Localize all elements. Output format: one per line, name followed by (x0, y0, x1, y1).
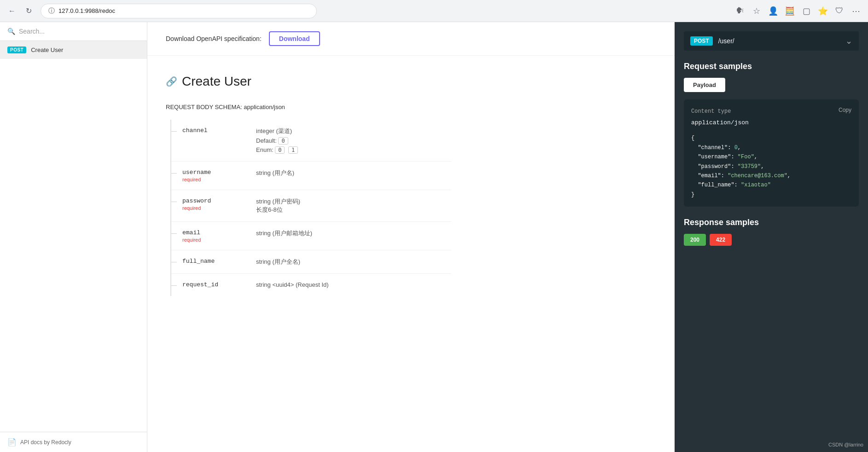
translate-icon[interactable]: 🗣 (734, 5, 746, 17)
page-title-row: 🔗 Create User (166, 74, 451, 89)
search-placeholder: Search... (19, 28, 45, 35)
field-name-channel: channel (182, 127, 247, 134)
sidebar-footer-text: API docs by Redocly (20, 439, 71, 446)
copy-button[interactable]: Copy (839, 107, 851, 113)
code-open-brace: { (691, 133, 851, 143)
search-bar[interactable]: 🔍 Search... (0, 22, 147, 41)
row-indicator (171, 127, 182, 134)
request-samples-title: Request samples (684, 62, 859, 71)
redocly-logo-icon: 📄 (7, 438, 17, 446)
field-info-username: string (用户名) (247, 169, 451, 177)
field-name-username: username required (182, 169, 247, 182)
field-row-channel: channel integer (渠道) Default: 0 Enum: 0 … (171, 120, 451, 162)
browser-chrome: ← ↻ ⓘ 127.0.0.1:9988/redoc 🗣 ☆ 👤 🧮 ▢ ⭐ 🛡… (0, 0, 868, 22)
content-type-label: Content type (691, 107, 851, 116)
url-text: 127.0.0.1:9988/redoc (58, 7, 115, 14)
field-name-full-name: full_name (182, 258, 247, 265)
code-close-brace: } (691, 190, 851, 199)
browser-actions: 🗣 ☆ 👤 🧮 ▢ ⭐ 🛡 ⋯ (734, 5, 862, 17)
nav-buttons: ← ↻ (6, 5, 35, 17)
endpoint-method-badge: POST (690, 36, 713, 46)
page-title: Create User (182, 74, 251, 89)
collections-icon[interactable]: ⭐ (816, 5, 829, 17)
field-name-password: password required (182, 197, 247, 211)
anchor-icon: 🔗 (166, 76, 177, 87)
menu-icon[interactable]: ⋯ (850, 5, 862, 17)
download-button[interactable]: Download (269, 31, 320, 46)
code-password-line: "password": "33759", (691, 162, 851, 171)
field-row-email: email required string (用户邮箱地址) (171, 222, 451, 250)
post-badge: POST (7, 46, 26, 53)
field-info-channel: integer (渠道) Default: 0 Enum: 0 1 (247, 127, 451, 154)
row-indicator (171, 281, 182, 289)
right-panel: POST /user/ ⌄ Request samples Payload Co… (675, 22, 868, 452)
response-200-button[interactable]: 200 (684, 234, 706, 246)
response-buttons: 200 422 (684, 234, 859, 246)
field-row-password: password required string (用户密码) 长度6-8位 (171, 190, 451, 222)
download-bar: Download OpenAPI specification: Download (147, 22, 675, 56)
endpoint-path: /user/ (718, 37, 840, 45)
extensions-icon[interactable]: 🧮 (783, 5, 796, 17)
download-label: Download OpenAPI specification: (166, 35, 262, 42)
sidebar: 🔍 Search... POST Create User 📄 API docs … (0, 22, 147, 452)
row-indicator (171, 197, 182, 205)
split-screen-icon[interactable]: ▢ (800, 5, 813, 17)
address-bar[interactable]: ⓘ 127.0.0.1:9988/redoc (41, 4, 317, 18)
schema-label: REQUEST BODY SCHEMA: application/json (166, 104, 451, 110)
info-icon: ⓘ (48, 7, 55, 15)
schema-table: channel integer (渠道) Default: 0 Enum: 0 … (170, 120, 451, 296)
field-info-password: string (用户密码) 长度6-8位 (247, 197, 451, 214)
refresh-button[interactable]: ↻ (22, 5, 35, 17)
endpoint-chevron-icon[interactable]: ⌄ (845, 36, 852, 46)
endpoint-bar: POST /user/ ⌄ (684, 31, 859, 51)
payload-button[interactable]: Payload (684, 78, 725, 92)
code-full-name-line: "full_name": "xiaotao" (691, 180, 851, 190)
row-indicator (171, 229, 182, 237)
field-info-request-id: string <uuid4> (Request Id) (247, 281, 451, 288)
field-name-email: email required (182, 229, 247, 243)
back-button[interactable]: ← (6, 5, 18, 17)
response-422-button[interactable]: 422 (710, 234, 732, 246)
adblock-icon[interactable]: 🛡 (833, 5, 846, 17)
sidebar-footer: 📄 API docs by Redocly (0, 432, 147, 452)
app-layout: 🔍 Search... POST Create User 📄 API docs … (0, 22, 868, 452)
code-channel-line: "channel": 0, (691, 143, 851, 152)
code-block: Copy Content type application/json { "ch… (684, 99, 859, 207)
main-content: Download OpenAPI specification: Download… (147, 22, 675, 452)
row-indicator (171, 169, 182, 176)
page-content: 🔗 Create User REQUEST BODY SCHEMA: appli… (147, 56, 470, 314)
code-username-line: "username": "Foo", (691, 152, 851, 162)
content-type-value: application/json (691, 118, 851, 128)
field-info-full-name: string (用户全名) (247, 258, 451, 266)
field-info-email: string (用户邮箱地址) (247, 229, 451, 238)
code-email-line: "email": "chencare@163.com", (691, 171, 851, 180)
field-name-request-id: request_id (182, 281, 247, 288)
watermark: CSDN @larrino (828, 442, 863, 447)
field-row-request-id: request_id string <uuid4> (Request Id) (171, 274, 451, 296)
sidebar-item-label: Create User (31, 46, 63, 53)
field-row-full-name: full_name string (用户全名) (171, 250, 451, 274)
sidebar-item-create-user[interactable]: POST Create User (0, 41, 147, 59)
star-icon[interactable]: ☆ (750, 5, 763, 17)
response-samples-title: Response samples (684, 218, 859, 227)
field-row-username: username required string (用户名) (171, 162, 451, 190)
profile-icon[interactable]: 👤 (767, 5, 780, 17)
search-icon: 🔍 (7, 28, 15, 35)
row-indicator (171, 258, 182, 265)
